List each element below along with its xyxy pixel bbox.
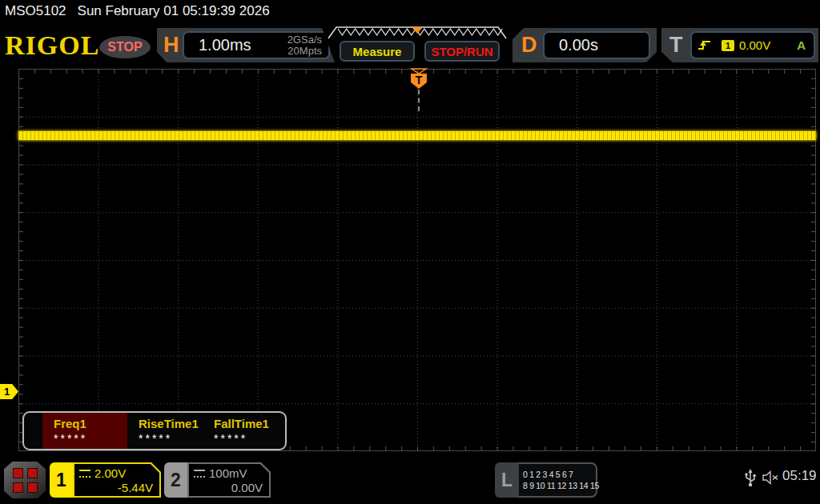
acquisition-state-badge: STOP xyxy=(99,36,151,58)
menu-button[interactable] xyxy=(4,462,46,498)
dc-coupling-icon xyxy=(79,470,90,478)
waveform-preview-icon xyxy=(327,26,508,40)
channel1-trace xyxy=(18,131,816,140)
trigger-position-line xyxy=(418,90,420,111)
logic-row-2: 8 9 10 11 12 13 14 15 xyxy=(523,480,596,491)
measurement-panel[interactable]: Freq1 ***** RiseTime1 ***** FallTime1 **… xyxy=(22,411,287,450)
channel1-number: 1 xyxy=(50,462,73,498)
sample-rate: 2GSa/s xyxy=(287,34,322,46)
trigger-panel[interactable]: 1 0.00V A xyxy=(690,31,815,59)
measurement-falltime1[interactable]: FallTime1 ***** xyxy=(203,413,284,449)
graticule[interactable] xyxy=(18,69,816,451)
usb-icon xyxy=(744,469,757,488)
channel2-block[interactable]: 2 100mV 0.00V xyxy=(164,462,271,498)
measurement-label: RiseTime1 xyxy=(139,417,203,430)
measurement-freq1[interactable]: Freq1 ***** xyxy=(42,413,127,449)
channel2-offset: 0.00V xyxy=(194,481,263,494)
stop-run-button[interactable]: STOP/RUN xyxy=(424,41,500,62)
logic-channels-block[interactable]: L 0 1 2 3 4 5 6 7 8 9 10 11 12 13 14 15 xyxy=(495,462,597,498)
logic-row-1: 0 1 2 3 4 5 6 7 xyxy=(523,469,596,480)
horizontal-key-label: H xyxy=(163,33,179,57)
trigger-position-triangle-icon xyxy=(410,68,428,74)
datetime: Sun February 01 05:19:39 2026 xyxy=(78,3,270,18)
logic-channel-list: 0 1 2 3 4 5 6 7 8 9 10 11 12 13 14 15 xyxy=(519,462,597,498)
channel2-scale: 100mV xyxy=(209,466,247,480)
channel1-block[interactable]: 1 2.00V -5.44V xyxy=(50,462,161,498)
dc-coupling-icon xyxy=(194,470,205,478)
delay-key-label: D xyxy=(521,33,537,57)
grid-icon xyxy=(18,69,816,451)
speaker-muted-icon xyxy=(762,470,781,485)
channel1-ground-marker[interactable]: 1 xyxy=(0,384,18,399)
delay-panel[interactable]: 0.00s xyxy=(543,31,650,59)
measurement-label: FallTime1 xyxy=(214,417,284,430)
menu-grid-icon xyxy=(13,468,38,493)
rigol-logo: RIGOL xyxy=(5,32,99,59)
measurement-value: ***** xyxy=(214,432,284,445)
oscilloscope-screen: MSO5102Sun February 01 05:19:39 2026 RIG… xyxy=(0,0,820,504)
delay-settings-group[interactable]: D 0.00s xyxy=(512,28,657,62)
trigger-mode-auto: A xyxy=(797,38,809,52)
channel2-number: 2 xyxy=(164,462,187,498)
memory-depth: 20Mpts xyxy=(287,45,322,57)
channel1-offset: -5.44V xyxy=(79,481,153,494)
measure-button[interactable]: Measure xyxy=(340,41,415,62)
channel1-scale: 2.00V xyxy=(94,466,126,480)
timebase-panel[interactable]: 1.00ms 2GSa/s 20Mpts xyxy=(183,31,330,59)
title-bar: MSO5102Sun February 01 05:19:39 2026 xyxy=(5,3,270,19)
rising-edge-icon xyxy=(697,39,712,51)
measurement-label: Freq1 xyxy=(54,417,127,430)
model-name: MSO5102 xyxy=(5,3,66,18)
measurement-risetime1[interactable]: RiseTime1 ***** xyxy=(127,413,203,449)
logic-key-label: L xyxy=(495,462,519,498)
waveform-preview-strip[interactable] xyxy=(327,26,508,40)
trigger-key-label: T xyxy=(669,33,683,57)
trigger-settings-group[interactable]: T 1 0.00V A xyxy=(661,28,818,62)
delay-value: 0.00s xyxy=(545,36,598,54)
channel2-values: 100mV 0.00V xyxy=(189,464,269,496)
sample-rate-memdepth: 2GSa/s 20Mpts xyxy=(287,34,328,57)
trigger-level-value: 0.00V xyxy=(739,38,770,52)
timebase-value: 1.00ms xyxy=(184,36,287,54)
measurement-value: ***** xyxy=(54,432,127,445)
trigger-source-badge: 1 xyxy=(722,40,734,51)
horizontal-settings-group[interactable]: H 1.00ms 2GSa/s 20Mpts xyxy=(157,28,335,62)
channel1-values: 2.00V -5.44V xyxy=(74,464,159,496)
clock: 05:19 xyxy=(782,468,817,484)
measurement-value: ***** xyxy=(139,432,203,445)
